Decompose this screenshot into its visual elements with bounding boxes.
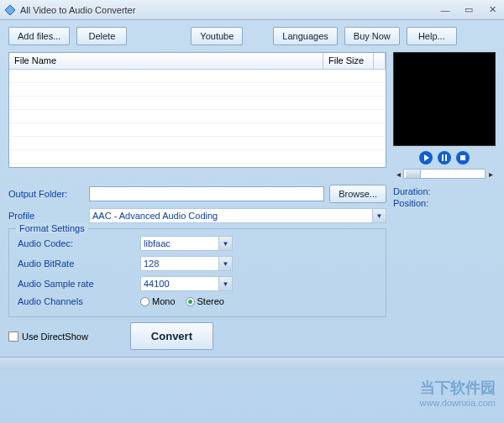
audio-bitrate-label: Audio BitRate [18, 258, 135, 269]
svg-rect-7 [460, 155, 465, 160]
mono-radio[interactable]: Mono [140, 296, 176, 306]
use-directshow-label: Use DirectShow [22, 332, 88, 342]
seek-right-icon[interactable]: ▸ [486, 170, 496, 179]
use-directshow-checkbox[interactable]: Use DirectShow [8, 332, 88, 342]
svg-rect-4 [442, 154, 444, 161]
seek-track[interactable] [403, 169, 486, 179]
table-row [9, 123, 386, 137]
preview-panel: ◂ ▸ [393, 52, 496, 180]
file-list-header: File Name File Size [9, 53, 386, 70]
stop-button[interactable] [454, 149, 471, 166]
status-bar [0, 357, 504, 370]
seek-thumb[interactable] [406, 170, 421, 178]
column-spacer [374, 53, 386, 69]
chevron-down-icon: ▼ [218, 257, 232, 270]
output-folder-input[interactable] [89, 186, 324, 201]
audio-sample-select[interactable]: 44100 ▼ [140, 276, 233, 291]
audio-codec-select[interactable]: libfaac ▼ [140, 236, 233, 251]
audio-codec-label: Audio Codec: [18, 238, 135, 248]
file-list-body [9, 70, 386, 167]
audio-sample-value: 44100 [144, 279, 170, 289]
profile-label: Profile [8, 211, 84, 221]
audio-bitrate-select[interactable]: 128 ▼ [140, 256, 233, 271]
titlebar: All Video to Audio Converter — ▭ ✕ [0, 0, 504, 20]
play-button[interactable] [417, 149, 434, 166]
video-preview [393, 52, 496, 146]
profile-value: AAC - Advanced Audio Coding [92, 211, 218, 221]
svg-rect-5 [445, 154, 447, 161]
chevron-down-icon: ▼ [372, 209, 386, 222]
maximize-button[interactable]: ▭ [460, 4, 477, 16]
table-row [9, 83, 386, 97]
buy-now-button[interactable]: Buy Now [344, 27, 400, 45]
format-settings-group: Format Settings Audio Codec: libfaac ▼ A… [8, 228, 386, 317]
file-list[interactable]: File Name File Size [8, 52, 386, 168]
seek-bar[interactable]: ◂ ▸ [393, 168, 496, 180]
delete-button[interactable]: Delete [76, 27, 127, 45]
table-row [9, 70, 386, 83]
output-folder-label: Output Folder: [8, 189, 84, 199]
audio-bitrate-value: 128 [144, 258, 159, 269]
seek-left-icon[interactable]: ◂ [393, 170, 403, 179]
stereo-radio[interactable]: Stereo [186, 296, 224, 306]
convert-button[interactable]: Convert [130, 322, 213, 350]
audio-codec-value: libfaac [144, 238, 171, 248]
column-filename[interactable]: File Name [9, 53, 323, 69]
duration-label: Duration: [393, 186, 431, 196]
toolbar: Add files... Delete Youtube Languages Bu… [8, 27, 496, 45]
help-button[interactable]: Help... [407, 27, 457, 45]
svg-point-3 [438, 151, 451, 164]
languages-button[interactable]: Languages [273, 27, 337, 45]
app-icon [3, 3, 17, 17]
table-row [9, 137, 386, 150]
minimize-button[interactable]: — [437, 4, 454, 16]
audio-sample-label: Audio Sample rate [18, 279, 135, 289]
chevron-down-icon: ▼ [218, 237, 232, 250]
format-settings-legend: Format Settings [16, 223, 88, 233]
add-files-button[interactable]: Add files... [8, 27, 70, 45]
audio-channels-label: Audio Channels [18, 296, 135, 306]
window-title: All Video to Audio Converter [20, 5, 437, 15]
pause-button[interactable] [436, 149, 453, 166]
browse-button[interactable]: Browse... [329, 185, 386, 203]
profile-select[interactable]: AAC - Advanced Audio Coding ▼ [89, 208, 386, 223]
svg-marker-0 [5, 5, 15, 15]
position-label: Position: [393, 198, 428, 208]
table-row [9, 110, 386, 123]
youtube-button[interactable]: Youtube [191, 27, 243, 45]
table-row [9, 97, 386, 110]
watermark: 当下软件园 www.downxia.com [420, 378, 496, 408]
column-filesize[interactable]: File Size [323, 53, 374, 69]
chevron-down-icon: ▼ [218, 277, 232, 290]
close-button[interactable]: ✕ [484, 4, 501, 16]
table-row [9, 150, 386, 164]
